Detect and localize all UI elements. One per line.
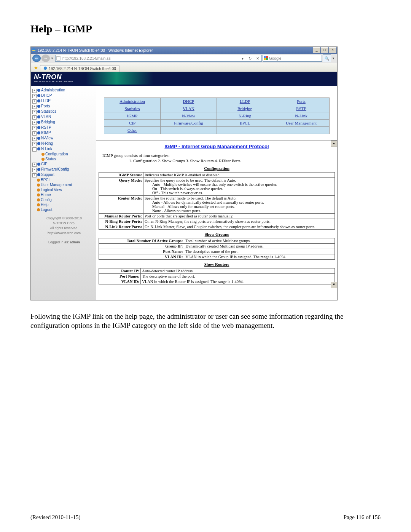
help-index-cell[interactable]: RSTP <box>273 105 330 112</box>
help-index-cell[interactable]: DHCP <box>161 98 217 105</box>
help-index-link-other[interactable]: Other <box>127 128 137 133</box>
help-index-cell[interactable]: N-Link <box>273 112 330 120</box>
browser-tab[interactable]: 192.168.2.214 N-TRON Switch fb:e4:00 <box>40 65 119 72</box>
sidebar-item-administration[interactable]: +Administration <box>32 88 96 93</box>
address-bar[interactable]: http://192.168.2.214/main.ssi ▾ ↻ ✕ <box>55 55 262 62</box>
expand-icon[interactable]: + <box>32 126 37 130</box>
definition-key: Manual Router Ports: <box>99 214 143 219</box>
bullet-icon <box>37 105 40 108</box>
help-index-link-ports[interactable]: Ports <box>297 99 306 104</box>
sidebar-item-logout[interactable]: Logout <box>32 207 96 212</box>
help-index-link-n-link[interactable]: N-Link <box>295 113 307 118</box>
forward-button[interactable]: → <box>41 54 50 62</box>
expand-icon[interactable]: + <box>32 115 37 120</box>
search-provider-label: Google <box>269 56 281 61</box>
expand-icon[interactable]: + <box>32 110 37 114</box>
help-index-link-statistics[interactable]: Statistics <box>125 106 140 111</box>
expand-icon[interactable]: + <box>32 163 37 167</box>
help-index-cell[interactable]: N-Ring <box>217 112 273 120</box>
help-index-cell[interactable]: VLAN <box>161 105 217 112</box>
scroll-down-button[interactable]: ▼ <box>331 282 337 288</box>
help-index-cell[interactable]: BPCL <box>217 120 273 127</box>
help-index-cell[interactable]: Administration <box>104 98 161 105</box>
help-index-link-lldp[interactable]: LLDP <box>240 99 250 104</box>
help-index-link-n-view[interactable]: N-View <box>182 113 195 118</box>
close-button[interactable]: × <box>329 47 336 53</box>
sidebar-item-logical-view[interactable]: Logical View <box>32 187 96 192</box>
sidebar-item-dhcp[interactable]: +DHCP <box>32 93 96 98</box>
help-index-link-firmware-config[interactable]: Firmware/Config <box>174 121 203 125</box>
sidebar-item-user-management[interactable]: User Management <box>32 182 96 187</box>
minimize-button[interactable]: _ <box>313 47 320 53</box>
help-index-cell[interactable]: Firmware/Config <box>161 120 217 127</box>
help-index-cell[interactable]: User Management <box>273 120 330 127</box>
copyright-url[interactable]: http://www.n-tron.com <box>48 231 81 235</box>
sidebar-item-rstp[interactable]: +RSTP <box>32 125 96 130</box>
sidebar-item-home[interactable]: Home <box>32 192 96 197</box>
help-index-cell[interactable]: Bridging <box>217 105 273 112</box>
history-dropdown[interactable]: ▼ <box>51 57 54 60</box>
expand-icon[interactable]: + <box>32 142 37 146</box>
url-dropdown-icon[interactable]: ▾ <box>239 55 245 61</box>
expand-icon[interactable]: + <box>32 121 37 125</box>
definition-value: Total number of active Multicast groups. <box>184 238 335 244</box>
help-index-cell[interactable]: Other <box>104 127 161 134</box>
scroll-up-button[interactable]: ▲ <box>331 141 337 147</box>
sidebar-item-bridging[interactable]: +Bridging <box>32 120 96 125</box>
help-index-link-dhcp[interactable]: DHCP <box>183 99 194 104</box>
help-index-cell[interactable]: CIP <box>104 120 161 127</box>
refresh-icon[interactable]: ↻ <box>247 55 253 61</box>
help-index-cell[interactable]: Statistics <box>104 105 161 112</box>
favorites-icon[interactable]: ★ <box>33 65 38 70</box>
help-index-cell[interactable]: IGMP <box>104 112 161 120</box>
help-index-link-igmp[interactable]: IGMP <box>127 113 138 118</box>
sidebar-item-n-link[interactable]: −N-Link <box>32 146 96 152</box>
sidebar-item-help[interactable]: Help <box>32 202 96 207</box>
search-button[interactable]: 🔍 <box>323 54 331 62</box>
sidebar-item-n-view[interactable]: +N-View <box>32 136 96 141</box>
sidebar-item-statistics[interactable]: +Statistics <box>32 109 96 114</box>
help-index-link-n-ring[interactable]: N-Ring <box>239 113 251 118</box>
sidebar-item-ports[interactable]: +Ports <box>32 104 96 109</box>
collapse-icon[interactable]: − <box>32 147 37 152</box>
page-icon <box>56 56 61 61</box>
help-index-link-bpcl[interactable]: BPCL <box>240 121 250 125</box>
help-index-link-cip[interactable]: CIP <box>129 121 135 125</box>
help-index-link-administration[interactable]: Administration <box>119 99 145 104</box>
help-index-link-vlan[interactable]: VLAN <box>183 106 194 111</box>
maximize-button[interactable]: □ <box>321 47 328 53</box>
expand-icon[interactable]: + <box>32 168 37 172</box>
search-dropdown[interactable]: ▼ <box>332 57 336 60</box>
sidebar-item-support[interactable]: +Support <box>32 172 96 177</box>
expand-icon[interactable]: + <box>32 131 37 136</box>
expand-icon[interactable]: + <box>32 89 37 93</box>
sidebar-item-lldp[interactable]: +LLDP <box>32 98 96 104</box>
expand-icon[interactable]: + <box>32 94 37 98</box>
sidebar-item-config[interactable]: Config <box>32 197 96 202</box>
sidebar-item-status[interactable]: Status <box>32 157 96 161</box>
help-index-link-user-management[interactable]: User Management <box>286 121 317 125</box>
sidebar-item-firmware-config[interactable]: +Firmware/Config <box>32 167 96 172</box>
definition-value: VLAN in which the Group IP is assigned. … <box>184 254 335 260</box>
back-button[interactable]: ← <box>32 54 41 62</box>
sidebar-item-cip[interactable]: +CIP <box>32 161 96 167</box>
stop-icon[interactable]: ✕ <box>255 55 261 61</box>
sidebar-item-configuration[interactable]: Configuration <box>32 152 96 157</box>
table-row: IGMP Status:Indicates whether IGMP is en… <box>99 173 335 178</box>
expand-icon[interactable]: + <box>32 173 37 177</box>
help-index-cell[interactable]: N-View <box>161 112 217 120</box>
search-box[interactable]: Google <box>263 55 322 62</box>
sidebar-item-bpcl[interactable]: BPCL <box>32 177 96 182</box>
help-index-cell <box>161 127 217 134</box>
expand-icon[interactable]: + <box>32 105 37 109</box>
help-index-cell[interactable]: LLDP <box>217 98 273 105</box>
help-index-link-rstp[interactable]: RSTP <box>296 106 306 111</box>
sidebar-item-label: Help <box>41 203 49 207</box>
expand-icon[interactable]: + <box>32 99 37 104</box>
help-index-link-bridging[interactable]: Bridging <box>237 106 252 111</box>
sidebar-item-igmp[interactable]: +IGMP <box>32 130 96 136</box>
sidebar-item-n-ring[interactable]: +N-Ring <box>32 141 96 146</box>
expand-icon[interactable]: + <box>32 137 37 141</box>
sidebar-item-vlan[interactable]: +VLAN <box>32 114 96 120</box>
help-index-cell[interactable]: Ports <box>273 98 330 105</box>
